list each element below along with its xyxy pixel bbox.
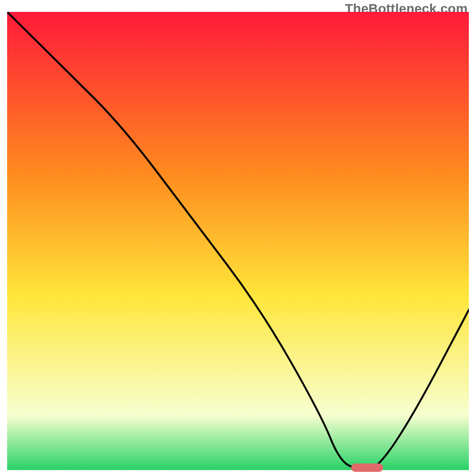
optimum-marker bbox=[351, 464, 383, 472]
chart-container: TheBottleneck.com bbox=[0, 0, 476, 476]
bottleneck-curve bbox=[7, 12, 469, 470]
plot-area bbox=[7, 12, 469, 470]
